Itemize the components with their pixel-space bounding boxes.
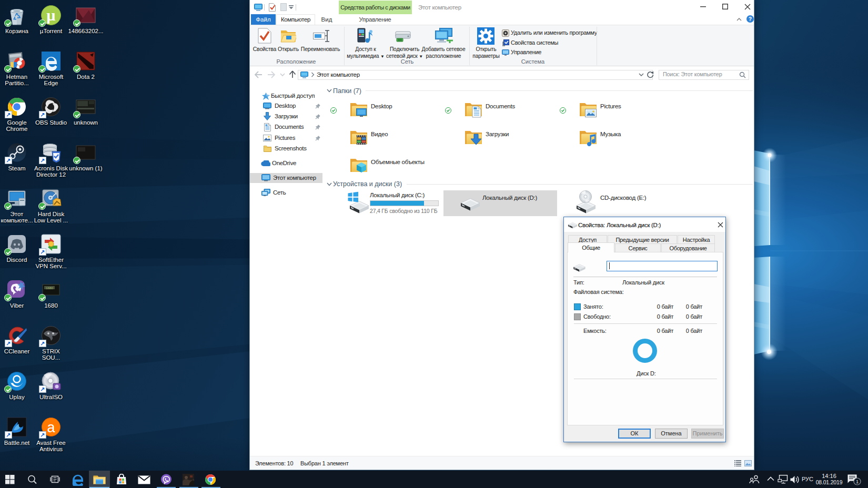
svg-text:a: a [47,420,55,435]
svg-text:1680: 1680 [46,287,53,290]
svg-text:1: 1 [856,479,859,484]
svg-text:µ: µ [46,6,55,24]
